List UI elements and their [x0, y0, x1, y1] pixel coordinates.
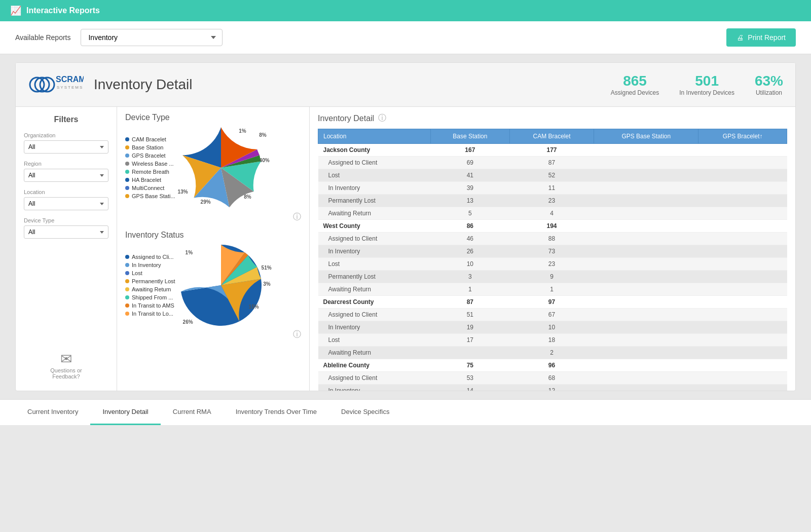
- inventory-status-title: Inventory Status: [125, 231, 301, 240]
- col-gps-base-station: GPS Base Station: [594, 129, 698, 144]
- row-gps-base: [594, 296, 698, 309]
- table-row: Awaiting Return2: [318, 347, 787, 359]
- print-report-button[interactable]: 🖨 Print Report: [726, 28, 796, 47]
- row-cam: 10: [509, 321, 594, 334]
- row-cam: 68: [509, 372, 594, 385]
- location-select[interactable]: All: [24, 197, 108, 210]
- table-row: Permanently Lost1323: [318, 195, 787, 207]
- table-row: Awaiting Return11: [318, 283, 787, 296]
- mail-icon: ✉: [24, 351, 108, 367]
- row-location: Awaiting Return: [318, 207, 431, 220]
- row-base: 69: [430, 157, 509, 169]
- row-base: 1: [430, 283, 509, 296]
- row-gps-base: [594, 169, 698, 182]
- row-location: Dearcrest County: [318, 296, 431, 309]
- feedback-area: ✉ Questions orFeedback?: [24, 351, 108, 379]
- table-row: Assigned to Client5368: [318, 372, 787, 385]
- table-row: Permanently Lost39: [318, 271, 787, 283]
- tab-inventory-detail[interactable]: Inventory Detail: [90, 400, 160, 425]
- row-cam: 9: [509, 271, 594, 283]
- tab-current-inventory[interactable]: Current Inventory: [15, 400, 90, 425]
- table-row: Assigned to Client6987: [318, 157, 787, 169]
- device-type-pie: 8% 1% 13% 29% 8% 40%: [180, 127, 262, 210]
- row-gps-base: [594, 195, 698, 207]
- tab-current-rma[interactable]: Current RMA: [161, 400, 224, 425]
- row-location: In Inventory: [318, 182, 431, 195]
- app-title: Interactive Reports: [26, 6, 100, 15]
- report-header: SCRAM SYSTEMS Inventory Detail 865 Assig…: [16, 63, 795, 107]
- row-cam: 23: [509, 258, 594, 271]
- row-gps: [698, 258, 787, 271]
- row-location: Awaiting Return: [318, 347, 431, 359]
- tab-inventory-trends[interactable]: Inventory Trends Over Time: [224, 400, 329, 425]
- report-body: Filters Organization All Region All: [16, 107, 795, 391]
- row-location: Permanently Lost: [318, 195, 431, 207]
- available-reports-label: Available Reports: [15, 33, 70, 42]
- row-gps-base: [594, 385, 698, 391]
- scram-logo: SCRAM SYSTEMS: [28, 72, 84, 97]
- table-row: Assigned to Client5167: [318, 309, 787, 321]
- col-gps-bracelet: GPS Bracelet↑: [698, 129, 787, 144]
- printer-icon: 🖨: [736, 33, 744, 42]
- organization-select[interactable]: All: [24, 140, 108, 154]
- inventory-status-pie: 51% 26% 15% 3% 1%: [180, 245, 262, 327]
- row-cam: 67: [509, 309, 594, 321]
- row-base: 87: [430, 296, 509, 309]
- table-row: Lost4152: [318, 169, 787, 182]
- row-gps: [698, 182, 787, 195]
- row-gps-base: [594, 359, 698, 372]
- filter-location: Location All: [24, 189, 108, 210]
- row-gps-base: [594, 334, 698, 347]
- inventory-status-chart-area: Assigned to Cli... In Inventory Lost Per…: [125, 245, 301, 327]
- row-gps-base: [594, 258, 698, 271]
- table-row: Ableline County7596: [318, 359, 787, 372]
- row-base: 51: [430, 309, 509, 321]
- row-gps: [698, 169, 787, 182]
- device-type-select[interactable]: All: [24, 225, 108, 239]
- charts-panel: Device Type CAM Bracelet Base Station GP…: [117, 107, 310, 391]
- row-cam: 11: [509, 182, 594, 195]
- row-base: 13: [430, 195, 509, 207]
- row-location: Assigned to Client: [318, 309, 431, 321]
- row-base: 19: [430, 321, 509, 334]
- row-base: 26: [430, 245, 509, 258]
- row-gps-base: [594, 321, 698, 334]
- inventory-label: In Inventory Devices: [679, 89, 734, 96]
- row-base: 167: [430, 144, 509, 157]
- row-gps: [698, 347, 787, 359]
- inventory-number: 501: [679, 73, 734, 89]
- row-gps-base: [594, 220, 698, 233]
- filters-panel: Filters Organization All Region All: [16, 107, 117, 391]
- bottom-tabs: Current Inventory Inventory Detail Curre…: [0, 399, 811, 425]
- row-gps-base: [594, 347, 698, 359]
- row-cam: 18: [509, 334, 594, 347]
- row-base: 86: [430, 220, 509, 233]
- row-gps-base: [594, 207, 698, 220]
- row-location: Jackson County: [318, 144, 431, 157]
- table-info-icon: ⓘ: [378, 113, 386, 124]
- svg-text:SCRAM: SCRAM: [56, 75, 84, 84]
- table-row: In Inventory2673: [318, 245, 787, 258]
- row-cam: 12: [509, 385, 594, 391]
- row-gps: [698, 207, 787, 220]
- row-gps: [698, 309, 787, 321]
- main-content: SCRAM SYSTEMS Inventory Detail 865 Assig…: [0, 54, 811, 399]
- device-type-title: Device Type: [125, 113, 301, 122]
- filters-title: Filters: [24, 115, 108, 124]
- table-row: In Inventory3911: [318, 182, 787, 195]
- region-select[interactable]: All: [24, 169, 108, 182]
- top-header: 📈 Interactive Reports: [0, 0, 811, 21]
- tab-device-specifics[interactable]: Device Specifics: [329, 400, 401, 425]
- col-location: Location: [318, 129, 431, 144]
- table-row: Lost1023: [318, 258, 787, 271]
- table-row: In Inventory1412: [318, 385, 787, 391]
- data-panel-title: Inventory Detail: [318, 114, 374, 123]
- row-cam: 96: [509, 359, 594, 372]
- row-gps-base: [594, 233, 698, 245]
- row-location: In Inventory: [318, 245, 431, 258]
- row-gps: [698, 233, 787, 245]
- row-cam: 1: [509, 283, 594, 296]
- row-location: Ableline County: [318, 359, 431, 372]
- report-select[interactable]: Inventory Current Inventory Inventory De…: [81, 29, 223, 46]
- row-base: [430, 347, 509, 359]
